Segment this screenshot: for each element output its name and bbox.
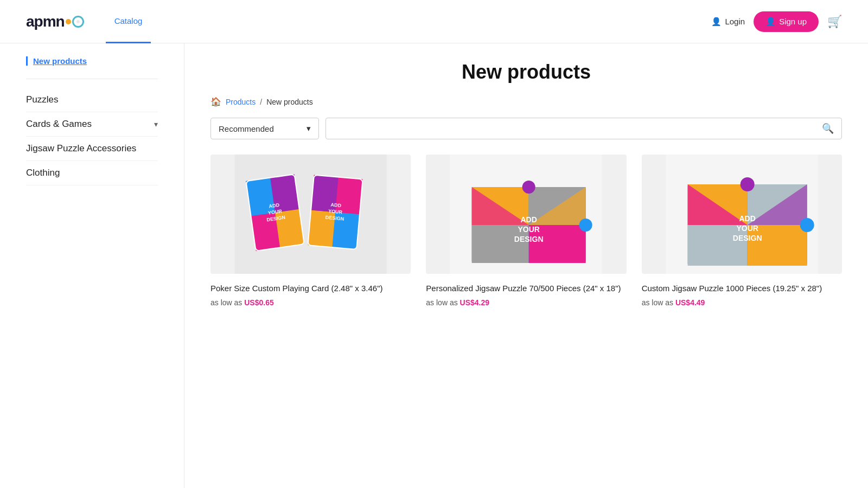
- product-card-2[interactable]: ADD YOUR DESIGN Personalized Jigsaw Puzz…: [426, 155, 626, 307]
- product-image-3: ADD YOUR DESIGN: [642, 155, 842, 274]
- product-image-1: ADD YOUR DESIGN ADD YOUR: [210, 155, 411, 274]
- header: apmn Catalog 👤 Login 👤 Sign up 🛒: [0, 0, 868, 43]
- svg-text:YOUR: YOUR: [736, 224, 758, 233]
- main-nav: Catalog: [106, 0, 712, 43]
- product-price-value-2: US$4.29: [460, 298, 489, 307]
- search-input[interactable]: [334, 124, 822, 133]
- svg-point-26: [579, 219, 592, 232]
- login-button[interactable]: 👤 Login: [711, 17, 745, 27]
- product-price-prefix-1: as low as: [210, 298, 242, 307]
- nav-catalog[interactable]: Catalog: [106, 0, 151, 43]
- svg-point-40: [800, 218, 814, 232]
- product-card-3[interactable]: ADD YOUR DESIGN Custom Jigsaw Puzzle 100…: [642, 155, 842, 307]
- page-title: New products: [210, 61, 842, 84]
- sidebar-item-cards-games-label: Cards & Games: [26, 119, 92, 130]
- sort-dropdown[interactable]: Recommended Price: Low to High Price: Hi…: [210, 118, 319, 139]
- search-box[interactable]: 🔍: [326, 118, 842, 139]
- svg-text:ADD: ADD: [330, 202, 342, 209]
- product-name-1: Poker Size Custom Playing Card (2.48" x …: [210, 282, 411, 294]
- breadcrumb-products[interactable]: Products: [226, 98, 256, 106]
- product-price-2: as low as US$4.29: [426, 298, 626, 307]
- person-icon: 👤: [711, 17, 722, 27]
- logo[interactable]: apmn: [26, 13, 84, 30]
- logo-text: apmn: [26, 13, 65, 30]
- page-layout: New products Puzzles Cards & Games ▾ Jig…: [0, 43, 868, 488]
- sidebar-item-jigsaw-accessories-label: Jigsaw Puzzle Accessories: [26, 143, 136, 154]
- product-price-value-1: US$0.65: [244, 298, 273, 307]
- main-content: New products 🏠 Products / New products R…: [184, 43, 868, 488]
- logo-icon: [66, 16, 84, 28]
- login-label: Login: [725, 17, 745, 26]
- product-price-3: as low as US$4.49: [642, 298, 842, 307]
- sidebar-item-jigsaw-accessories[interactable]: Jigsaw Puzzle Accessories: [26, 137, 158, 161]
- svg-text:DESIGN: DESIGN: [732, 234, 762, 242]
- sidebar-item-clothing[interactable]: Clothing: [26, 161, 158, 185]
- chevron-down-icon: ▾: [154, 120, 158, 129]
- chevron-down-icon: ▾: [307, 124, 311, 133]
- breadcrumb-separator: /: [260, 98, 262, 106]
- product-name-3: Custom Jigsaw Puzzle 1000 Pieces (19.25"…: [642, 282, 842, 294]
- sidebar-item-cards-games[interactable]: Cards & Games ▾: [26, 112, 158, 137]
- sidebar-item-puzzles-label: Puzzles: [26, 94, 59, 105]
- product-price-prefix-3: as low as: [642, 298, 673, 307]
- sidebar-divider: [26, 79, 158, 79]
- product-name-2: Personalized Jigsaw Puzzle 70/500 Pieces…: [426, 282, 626, 294]
- svg-point-39: [740, 177, 754, 191]
- breadcrumb: 🏠 Products / New products: [210, 97, 842, 107]
- sidebar: New products Puzzles Cards & Games ▾ Jig…: [0, 43, 184, 488]
- home-icon[interactable]: 🏠: [210, 97, 221, 107]
- product-price-value-3: US$4.49: [675, 298, 705, 307]
- product-card-1[interactable]: ADD YOUR DESIGN ADD YOUR: [210, 155, 411, 307]
- svg-point-25: [522, 181, 535, 194]
- svg-text:ADD: ADD: [521, 215, 537, 224]
- signup-button[interactable]: 👤 Sign up: [754, 11, 819, 32]
- products-grid: ADD YOUR DESIGN ADD YOUR: [210, 155, 842, 307]
- header-actions: 👤 Login 👤 Sign up 🛒: [711, 11, 842, 32]
- product-image-2: ADD YOUR DESIGN: [426, 155, 626, 274]
- sidebar-item-puzzles[interactable]: Puzzles: [26, 88, 158, 112]
- sidebar-item-clothing-label: Clothing: [26, 168, 60, 178]
- svg-text:DESIGN: DESIGN: [514, 235, 544, 243]
- product-price-1: as low as US$0.65: [210, 298, 411, 307]
- product-price-prefix-2: as low as: [426, 298, 457, 307]
- svg-text:YOUR: YOUR: [518, 225, 540, 234]
- signup-label: Sign up: [779, 17, 807, 26]
- breadcrumb-current: New products: [266, 98, 313, 106]
- cart-icon[interactable]: 🛒: [827, 15, 842, 29]
- signup-person-icon: 👤: [765, 17, 776, 27]
- svg-text:ADD: ADD: [739, 214, 755, 223]
- search-button[interactable]: 🔍: [822, 123, 834, 134]
- filter-bar: Recommended Price: Low to High Price: Hi…: [210, 118, 842, 139]
- sort-select-input[interactable]: Recommended Price: Low to High Price: Hi…: [219, 124, 307, 133]
- sidebar-new-products[interactable]: New products: [26, 56, 158, 66]
